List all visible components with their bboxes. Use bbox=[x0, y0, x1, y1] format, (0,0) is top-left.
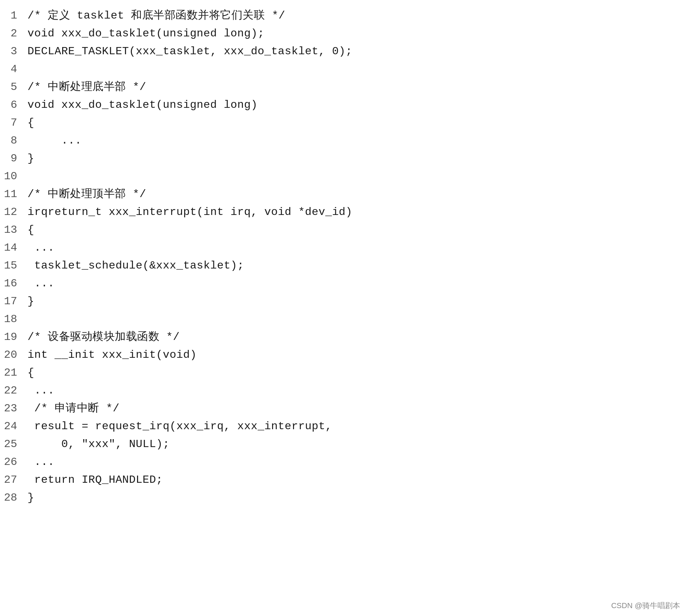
code-line: 9} bbox=[0, 150, 687, 168]
line-number: 18 bbox=[0, 310, 27, 328]
line-number: 23 bbox=[0, 400, 27, 418]
line-content: irqreturn_t xxx_interrupt(int irq, void … bbox=[27, 203, 352, 221]
code-line: 11/* 中断处理顶半部 */ bbox=[0, 185, 687, 203]
line-number: 21 bbox=[0, 364, 27, 382]
line-number: 12 bbox=[0, 203, 27, 221]
line-content: /* 定义 tasklet 和底半部函数并将它们关联 */ bbox=[27, 7, 285, 25]
line-number: 8 bbox=[0, 132, 27, 150]
code-line: 20int __init xxx_init(void) bbox=[0, 346, 687, 364]
line-content: ... bbox=[27, 453, 55, 471]
code-line: 3DECLARE_TASKLET(xxx_tasklet, xxx_do_tas… bbox=[0, 43, 687, 60]
code-line: 26 ... bbox=[0, 453, 687, 471]
line-number: 15 bbox=[0, 257, 27, 275]
line-content: } bbox=[27, 150, 34, 168]
line-number: 17 bbox=[0, 293, 27, 310]
line-content: void xxx_do_tasklet(unsigned long); bbox=[27, 25, 264, 43]
line-content: result = request_irq(xxx_irq, xxx_interr… bbox=[27, 418, 332, 435]
line-content: { bbox=[27, 221, 34, 239]
watermark-label: CSDN @骑牛唱剧本 bbox=[611, 601, 680, 611]
code-line: 16 ... bbox=[0, 275, 687, 293]
line-number: 25 bbox=[0, 435, 27, 453]
line-number: 3 bbox=[0, 43, 27, 60]
line-content: ... bbox=[27, 275, 55, 293]
line-content: return IRQ_HANDLED; bbox=[27, 471, 163, 489]
code-line: 14 ... bbox=[0, 239, 687, 257]
code-line: 23 /* 申请中断 */ bbox=[0, 400, 687, 418]
line-content: /* 申请中断 */ bbox=[27, 400, 120, 418]
line-number: 1 bbox=[0, 7, 27, 25]
line-content: /* 中断处理底半部 */ bbox=[27, 78, 146, 96]
line-content: int __init xxx_init(void) bbox=[27, 346, 197, 364]
code-line: 12irqreturn_t xxx_interrupt(int irq, voi… bbox=[0, 203, 687, 221]
line-number: 28 bbox=[0, 489, 27, 507]
line-content: 0, "xxx", NULL); bbox=[27, 435, 170, 453]
line-number: 11 bbox=[0, 185, 27, 203]
line-number: 6 bbox=[0, 96, 27, 114]
line-content: } bbox=[27, 489, 34, 507]
line-content: tasklet_schedule(&xxx_tasklet); bbox=[27, 257, 244, 275]
line-content: /* 中断处理顶半部 */ bbox=[27, 185, 146, 203]
code-line: 7{ bbox=[0, 114, 687, 132]
line-number: 16 bbox=[0, 275, 27, 293]
line-content: ... bbox=[27, 132, 82, 150]
code-line: 21{ bbox=[0, 364, 687, 382]
line-content: } bbox=[27, 293, 34, 310]
code-line: 27 return IRQ_HANDLED; bbox=[0, 471, 687, 489]
line-number: 7 bbox=[0, 114, 27, 132]
line-content: DECLARE_TASKLET(xxx_tasklet, xxx_do_task… bbox=[27, 43, 352, 60]
line-content: ... bbox=[27, 382, 55, 400]
code-line: 4 bbox=[0, 60, 687, 78]
code-block: 1/* 定义 tasklet 和底半部函数并将它们关联 */2void xxx_… bbox=[0, 0, 687, 514]
line-number: 13 bbox=[0, 221, 27, 239]
code-line: 28} bbox=[0, 489, 687, 507]
line-number: 22 bbox=[0, 382, 27, 400]
line-number: 27 bbox=[0, 471, 27, 489]
line-number: 24 bbox=[0, 418, 27, 435]
line-content: ... bbox=[27, 239, 55, 257]
line-number: 9 bbox=[0, 150, 27, 168]
line-content: { bbox=[27, 114, 34, 132]
line-number: 26 bbox=[0, 453, 27, 471]
code-line: 13{ bbox=[0, 221, 687, 239]
line-content: /* 设备驱动模块加载函数 */ bbox=[27, 328, 180, 346]
line-content: { bbox=[27, 364, 34, 382]
line-number: 19 bbox=[0, 328, 27, 346]
line-number: 5 bbox=[0, 78, 27, 96]
code-line: 24 result = request_irq(xxx_irq, xxx_int… bbox=[0, 418, 687, 435]
line-content: void xxx_do_tasklet(unsigned long) bbox=[27, 96, 258, 114]
line-number: 14 bbox=[0, 239, 27, 257]
code-line: 6void xxx_do_tasklet(unsigned long) bbox=[0, 96, 687, 114]
code-line: 25 0, "xxx", NULL); bbox=[0, 435, 687, 453]
code-line: 1/* 定义 tasklet 和底半部函数并将它们关联 */ bbox=[0, 7, 687, 25]
code-line: 19/* 设备驱动模块加载函数 */ bbox=[0, 328, 687, 346]
code-line: 10 bbox=[0, 168, 687, 185]
code-line: 15 tasklet_schedule(&xxx_tasklet); bbox=[0, 257, 687, 275]
code-line: 18 bbox=[0, 310, 687, 328]
code-line: 2void xxx_do_tasklet(unsigned long); bbox=[0, 25, 687, 43]
code-line: 5/* 中断处理底半部 */ bbox=[0, 78, 687, 96]
code-line: 17} bbox=[0, 293, 687, 310]
code-line: 22 ... bbox=[0, 382, 687, 400]
line-number: 10 bbox=[0, 168, 27, 185]
line-number: 2 bbox=[0, 25, 27, 43]
line-number: 4 bbox=[0, 60, 27, 78]
code-line: 8 ... bbox=[0, 132, 687, 150]
line-number: 20 bbox=[0, 346, 27, 364]
